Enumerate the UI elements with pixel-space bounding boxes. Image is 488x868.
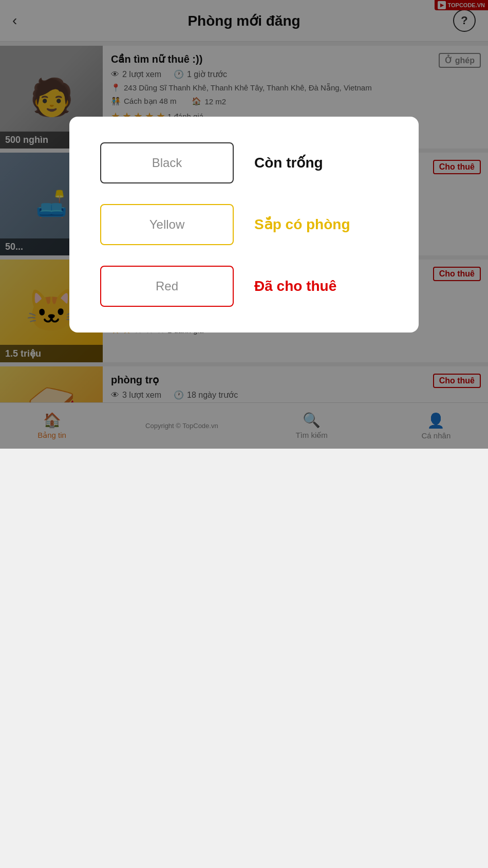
color-button-black[interactable]: Black [100, 142, 234, 183]
modal-row-yellow: Yellow Sắp có phòng [100, 204, 388, 245]
color-button-red[interactable]: Red [100, 266, 234, 307]
status-label-red: Đã cho thuê [254, 278, 336, 294]
status-label-black: Còn trống [254, 154, 323, 171]
color-legend-modal: Black Còn trống Yellow Sắp có phòng Red … [69, 117, 419, 333]
modal-row-red: Red Đã cho thuê [100, 266, 388, 307]
color-button-yellow[interactable]: Yellow [100, 204, 234, 245]
modal-row-black: Black Còn trống [100, 142, 388, 183]
status-label-yellow: Sắp có phòng [254, 216, 350, 233]
modal-overlay[interactable]: TopCode.vn Black Còn trống Yellow Sắp có… [0, 0, 488, 449]
